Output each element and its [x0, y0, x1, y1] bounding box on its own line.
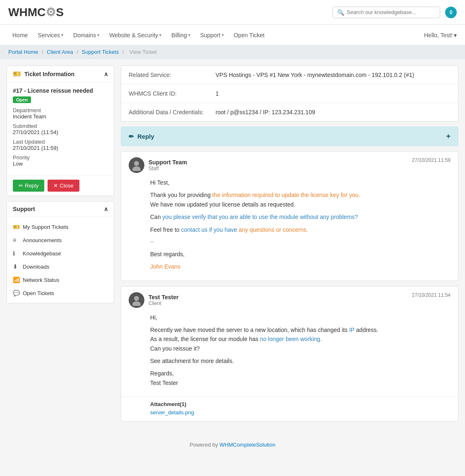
- priority-row: Priority Low: [13, 154, 108, 167]
- additional-data-row: Additional Data / Credentials: root / p@…: [121, 103, 458, 121]
- main-layout: 🎫 Ticket Information ∧ #17 - License rei…: [0, 59, 465, 433]
- sidebar-item-announcements[interactable]: ≡ Announcements: [7, 233, 114, 247]
- footer-link[interactable]: WHMCompleteSolution: [220, 442, 276, 448]
- message-2-author: Test Tester Client: [129, 292, 179, 308]
- top-right-area: 🔍 0: [333, 7, 457, 18]
- author-name-1: Support Team: [149, 159, 187, 166]
- attachment-section: Attachment(1) server_details.png: [121, 397, 458, 421]
- nav-domains[interactable]: Domains▾: [69, 26, 103, 44]
- breadcrumb-client-area[interactable]: Client Area: [47, 49, 73, 55]
- message-time-2: 27/10/2021 11:54: [412, 292, 451, 298]
- nav-website-security[interactable]: Website & Security▾: [105, 26, 165, 44]
- nav-left: Home Services▾ Domains▾ Website & Securi…: [8, 26, 268, 44]
- message-card-1: Support Team Staff 27/10/2021 11:59 Hi T…: [121, 151, 458, 281]
- times-icon: ✕: [53, 183, 58, 189]
- chevron-down-icon: ▾: [188, 33, 190, 37]
- author-name-2: Test Tester: [149, 294, 179, 301]
- department-row: Department Incident Team: [13, 107, 108, 120]
- sidebar-item-my-support-tickets[interactable]: 🎫 My Support Tickets: [7, 220, 114, 233]
- nav-bar: Home Services▾ Domains▾ Website & Securi…: [0, 25, 465, 46]
- top-bar: WHMC⚙S 🔍 0: [0, 0, 465, 25]
- logo: WHMC⚙S: [8, 5, 64, 19]
- search-icon: 🔍: [337, 9, 344, 16]
- close-ticket-button[interactable]: ✕ Close: [48, 180, 79, 192]
- ticket-actions: ✏ Reply ✕ Close: [7, 175, 114, 196]
- collapse-icon[interactable]: ∧: [104, 206, 108, 212]
- breadcrumb-portal-home[interactable]: Portal Home: [8, 49, 38, 55]
- reply-button[interactable]: ✏ Reply: [13, 180, 44, 192]
- sidebar-item-open-tickets[interactable]: 💬 Open Tickets: [7, 286, 114, 300]
- message-2-header: Test Tester Client 27/10/2021 11:54: [121, 286, 458, 310]
- chevron-down-icon: ▾: [61, 33, 63, 37]
- avatar-1: [129, 157, 144, 173]
- breadcrumb-support-tickets[interactable]: Support Tickets: [82, 49, 119, 55]
- sidebar-item-network-status[interactable]: 📶 Network Status: [7, 273, 114, 286]
- search-input[interactable]: [347, 9, 436, 15]
- cart-button[interactable]: 0: [445, 7, 457, 18]
- ticket-info-title: Ticket Information: [24, 71, 74, 77]
- sidebar: 🎫 Ticket Information ∧ #17 - License rei…: [7, 65, 114, 427]
- breadcrumb: Portal Home / Client Area / Support Tick…: [0, 46, 465, 59]
- logo-text-s: S: [56, 6, 64, 19]
- collapse-icon[interactable]: ∧: [104, 71, 108, 77]
- last-updated-row: Last Updated 27/10/2021 (11:59): [13, 139, 108, 151]
- ticket-info-card: 🎫 Ticket Information ∧ #17 - License rei…: [7, 65, 114, 196]
- status-badge: Open: [13, 96, 31, 103]
- plus-icon: +: [446, 132, 451, 141]
- whmcs-client-id-row: WHMCS Client ID: 1: [121, 84, 458, 103]
- breadcrumb-view-ticket: View Ticket: [129, 49, 157, 55]
- nav-support[interactable]: Support▾: [196, 26, 228, 44]
- nav-services[interactable]: Services▾: [34, 26, 67, 44]
- search-box[interactable]: 🔍: [333, 7, 440, 18]
- ticket-details-table: Related Service: VPS Hostings - VPS #1 N…: [121, 65, 458, 122]
- related-service-row: Related Service: VPS Hostings - VPS #1 N…: [121, 66, 458, 84]
- reply-bar[interactable]: ✏ Reply +: [121, 127, 458, 146]
- nav-billing[interactable]: Billing▾: [167, 26, 194, 44]
- attachment-link[interactable]: server_details.png: [150, 409, 194, 416]
- sidebar-item-downloads[interactable]: ⬇ Downloads: [7, 260, 114, 273]
- main-content: Related Service: VPS Hostings - VPS #1 N…: [121, 65, 458, 427]
- nav-home[interactable]: Home: [8, 26, 32, 44]
- author-role-1: Staff: [149, 166, 187, 171]
- chevron-down-icon: ▾: [97, 33, 99, 37]
- nav-open-ticket[interactable]: Open Ticket: [230, 26, 269, 44]
- list-icon: ≡: [13, 237, 19, 243]
- user-greeting[interactable]: Hello, Test! ▾: [424, 32, 457, 38]
- support-header: Support ∧: [7, 202, 114, 217]
- message-card-2: Test Tester Client 27/10/2021 11:54 Hi, …: [121, 286, 458, 422]
- chevron-down-icon: ▾: [454, 32, 457, 38]
- download-icon: ⬇: [13, 263, 19, 270]
- support-title: Support: [13, 206, 35, 212]
- ticket-icon: 🎫: [13, 224, 19, 230]
- logo-text-whmcs: WHMC: [8, 6, 46, 19]
- reply-label: Reply: [137, 133, 154, 140]
- ticket-icon: 🎫: [13, 70, 21, 78]
- pencil-icon: ✏: [129, 133, 134, 140]
- footer: Powered by WHMCompleteSolution: [0, 433, 465, 456]
- submitted-row: Submitted 27/10/2021 (11:54): [13, 123, 108, 135]
- avatar-2: [129, 292, 144, 308]
- chat-icon: 💬: [13, 290, 19, 296]
- ticket-id-title: #17 - License reissue needed: [13, 87, 108, 94]
- network-icon: 📶: [13, 276, 19, 283]
- message-2-body: Hi, Recently we have moved the server to…: [121, 310, 458, 397]
- pencil-icon: ✏: [19, 183, 23, 189]
- svg-point-3: [132, 301, 141, 306]
- ticket-info-header: 🎫 Ticket Information ∧: [7, 66, 114, 82]
- author-role-2: Client: [149, 301, 179, 306]
- info-icon: ℹ: [13, 250, 19, 257]
- attachment-label: Attachment(1): [150, 401, 451, 407]
- ticket-info-body: #17 - License reissue needed Open Depart…: [7, 82, 114, 175]
- reply-bar-left: ✏ Reply: [129, 133, 154, 140]
- support-menu: 🎫 My Support Tickets ≡ Announcements ℹ K…: [7, 217, 114, 303]
- sidebar-item-knowledgebase[interactable]: ℹ Knowledgebase: [7, 247, 114, 260]
- gear-icon: ⚙: [46, 5, 56, 19]
- message-1-header: Support Team Staff 27/10/2021 11:59: [121, 151, 458, 175]
- message-time-1: 27/10/2021 11:59: [412, 157, 451, 163]
- svg-point-0: [134, 161, 139, 166]
- svg-point-2: [134, 296, 139, 301]
- support-card: Support ∧ 🎫 My Support Tickets ≡ Announc…: [7, 201, 114, 303]
- message-1-author: Support Team Staff: [129, 157, 187, 173]
- svg-point-1: [132, 166, 141, 171]
- chevron-down-icon: ▾: [222, 33, 224, 37]
